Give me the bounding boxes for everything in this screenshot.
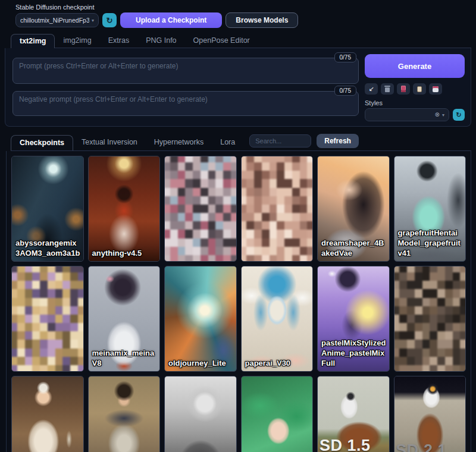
- tab-txt2img[interactable]: txt2img: [11, 34, 55, 48]
- model-grid: abyssorangemix3AOM3_aom3a1banything-v4.5…: [11, 156, 466, 452]
- model-card-meinamix_meinaV8[interactable]: meinamix_meinaV8: [88, 266, 161, 372]
- model-card-blurred[interactable]: [241, 156, 314, 262]
- model-card-name: paperai_V30: [245, 359, 311, 369]
- model-preview-blurred-image: [394, 266, 466, 372]
- model-preview-image: [394, 376, 466, 452]
- model-card-protogenV22Anime_22[interactable]: protogenV22Anime_22: [11, 376, 84, 452]
- tab-extras[interactable]: Extras: [100, 34, 137, 48]
- chevron-down-icon: ▾: [442, 112, 444, 118]
- model-card-name: abyssorangemix3AOM3_aom3a1b: [15, 238, 81, 259]
- styles-dropdown[interactable]: ⊗ ▾: [365, 108, 449, 121]
- prompt-input[interactable]: [12, 58, 359, 84]
- negative-prompt-token-counter: 0/75: [334, 86, 356, 96]
- model-card-revAnimated_v11[interactable]: revAnimated_v11: [241, 376, 314, 452]
- model-preview-blurred-image: [11, 266, 84, 372]
- chevron-down-icon: ▾: [92, 18, 94, 23]
- network-tabs: CheckpointsTextual InversionHypernetwork…: [11, 135, 243, 150]
- checkpoints-panel: abyssorangemix3AOM3_aom3a1banything-v4.5…: [6, 151, 471, 452]
- clear-prompt-trash-button[interactable]: [381, 83, 394, 95]
- model-card-name: meinamix_meinaV8: [92, 349, 158, 369]
- tab-img2img[interactable]: img2img: [55, 34, 99, 48]
- paste-arrow-icon: ↙: [368, 86, 374, 92]
- model-card-name: pastelMixStylizedAnime_pastelMixFull: [321, 338, 387, 369]
- tab-png-info[interactable]: PNG Info: [137, 34, 184, 48]
- model-card-blurred[interactable]: [394, 266, 466, 372]
- apply-style-clipboard-button[interactable]: [413, 83, 426, 95]
- model-preview-blurred-image: [164, 156, 237, 262]
- model-card-blurred[interactable]: [164, 156, 237, 262]
- prompt-tool-buttons: ↙: [365, 83, 465, 95]
- checkpoint-value: chilloutmix_NiPrunedFp32Fix.safeter: [20, 17, 89, 24]
- image-overlay-text: SD 2.1: [396, 441, 447, 452]
- model-card-dreamshaper_4BakedVae[interactable]: dreamshaper_4BakedVae: [317, 156, 390, 262]
- save-style-button[interactable]: [429, 83, 442, 95]
- model-preview-image: [165, 376, 236, 452]
- checkpoint-header: Stable Diffusion checkpoint chilloutmix_…: [15, 4, 471, 28]
- refresh-icon: ↻: [107, 17, 113, 24]
- generate-button[interactable]: Generate: [365, 54, 465, 78]
- clear-selection-icon[interactable]: ⊗: [435, 112, 440, 118]
- refresh-styles-button[interactable]: ↻: [453, 109, 465, 121]
- model-card-anything-v4.5[interactable]: anything-v4.5: [88, 156, 161, 262]
- model-card-oldjourney_Lite[interactable]: oldjourney_Lite: [164, 266, 237, 372]
- network-tab-textual-inversion[interactable]: Textual Inversion: [73, 135, 146, 150]
- model-card-paperai_V30[interactable]: paperai_V30: [241, 266, 314, 372]
- checkpoint-label: Stable Diffusion checkpoint: [15, 4, 471, 11]
- refresh-icon: ↻: [456, 112, 461, 118]
- model-card-abyssorangemix3AOM3_aom3a1b[interactable]: abyssorangemix3AOM3_aom3a1b: [11, 156, 84, 262]
- paste-params-arrow-button[interactable]: ↙: [365, 83, 378, 95]
- styles-label: Styles: [365, 99, 465, 106]
- model-preview-image: [89, 376, 160, 452]
- app-root: Stable Diffusion checkpoint chilloutmix_…: [0, 0, 476, 452]
- main-tabs: txt2imgimg2imgExtrasPNG InfoOpenPose Edi…: [11, 34, 471, 48]
- model-preview-blurred-image: [241, 156, 314, 262]
- network-tab-lora[interactable]: Lora: [212, 135, 243, 150]
- txt2img-panel: 0/75 0/75 Generate ↙ Styles ⊗ ▾ ↻: [5, 48, 471, 127]
- model-preview-image: [165, 266, 236, 371]
- model-card-v1-5-pruned-emaonly[interactable]: SD 1.5v1-5-pruned-emaonly: [317, 376, 390, 452]
- trash-icon: [385, 87, 390, 92]
- model-card-protogenX34Photorealism_1[interactable]: protogenX34Photorealism_1: [88, 376, 161, 452]
- negative-prompt-input[interactable]: [12, 91, 359, 116]
- clipboard-icon: [417, 86, 422, 92]
- upload-checkpoint-button[interactable]: Upload a Checkpoint: [120, 12, 222, 28]
- network-tab-checkpoints[interactable]: Checkpoints: [11, 135, 73, 150]
- model-card-name: anything-v4.5: [92, 249, 158, 259]
- network-tabs-row: CheckpointsTextual InversionHypernetwork…: [11, 134, 471, 151]
- model-preview-image: [242, 266, 313, 371]
- floppy-save-icon: [433, 86, 439, 92]
- model-card-pastelMixStylizedAnime_pastelMixFull[interactable]: pastelMixStylizedAnime_pastelMixFull: [317, 266, 390, 372]
- model-preview-image: [242, 376, 313, 452]
- model-card-name: oldjourney_Lite: [168, 359, 234, 369]
- network-search-input[interactable]: [249, 134, 311, 147]
- model-card-grapefruitHentaiModel_grapefruitv41[interactable]: grapefruitHentaiModel_grapefruitv41: [394, 156, 466, 262]
- extra-networks-card-icon: [401, 86, 406, 92]
- extra-networks-card-button[interactable]: [397, 83, 410, 95]
- model-card-v2-1_768-ema-pruned[interactable]: SD 2.1v2-1_768-ema-pruned: [394, 376, 466, 452]
- model-preview-image: [12, 376, 83, 452]
- refresh-networks-button[interactable]: Refresh: [317, 134, 359, 148]
- image-overlay-text: SD 1.5: [320, 437, 371, 452]
- checkpoint-dropdown[interactable]: chilloutmix_NiPrunedFp32Fix.safeter ▾: [15, 13, 99, 27]
- model-card-name: dreamshaper_4BakedVae: [321, 238, 387, 259]
- model-card-name: grapefruitHentaiModel_grapefruitv41: [398, 228, 464, 259]
- network-tab-hypernetworks[interactable]: Hypernetworks: [146, 135, 212, 150]
- prompt-token-counter: 0/75: [334, 52, 356, 62]
- refresh-checkpoints-button[interactable]: ↻: [102, 13, 117, 27]
- model-preview-image: [89, 156, 160, 261]
- model-card-blurred[interactable]: [11, 266, 84, 372]
- model-card-realisticVisionV13_v13[interactable]: realisticVisionV13_v13: [164, 376, 237, 452]
- tab-openpose-editor[interactable]: OpenPose Editor: [185, 34, 258, 48]
- browse-models-button[interactable]: Browse Models: [226, 12, 298, 28]
